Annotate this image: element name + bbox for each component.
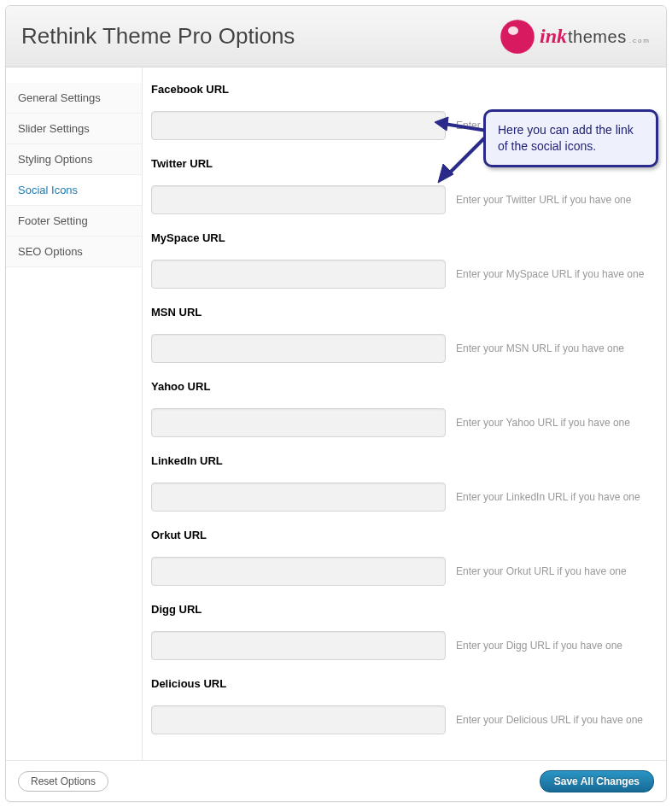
field-row: Enter your MySpace URL if you have one (151, 260, 659, 289)
field-help-text: Enter your LinkedIn URL if you have one (456, 491, 659, 503)
logo-text-ink: ink (540, 25, 567, 48)
page-title: Rethink Theme Pro Options (21, 23, 295, 50)
field-label: Facebook URL (151, 83, 659, 96)
brand-logo: ink themes .com (499, 18, 651, 56)
svg-point-2 (508, 26, 518, 35)
field-label: MSN URL (151, 306, 659, 319)
field-label: Delicious URL (151, 677, 659, 690)
field-label: LinkedIn URL (151, 454, 659, 467)
field-help-text: Enter your Digg URL if you have one (456, 640, 659, 652)
annotation-text: Here you can add the link of the social … (498, 123, 634, 153)
sidebar-item-seo-options[interactable]: SEO Options (6, 237, 142, 267)
field-yahoo-url: Yahoo URLEnter your Yahoo URL if you hav… (151, 380, 659, 437)
logo-text-themes: themes (568, 27, 627, 47)
panel-body: General SettingsSlider SettingsStyling O… (6, 67, 666, 760)
sidebar-item-styling-options[interactable]: Styling Options (6, 144, 142, 175)
field-help-text: Enter your MySpace URL if you have one (456, 268, 659, 280)
field-linkedin-url: LinkedIn URLEnter your LinkedIn URL if y… (151, 454, 659, 512)
msn-url-input[interactable] (151, 334, 446, 363)
field-row: Enter your Yahoo URL if you have one (151, 408, 659, 437)
field-row: Enter your MSN URL if you have one (151, 334, 659, 363)
field-label: Digg URL (151, 603, 659, 616)
field-delicious-url: Delicious URLEnter your Delicious URL if… (151, 677, 659, 734)
panel-header: Rethink Theme Pro Options ink themes .co… (6, 6, 666, 67)
field-orkut-url: Orkut URLEnter your Orkut URL if you hav… (151, 529, 659, 586)
field-help-text: Enter your Orkut URL if you have one (456, 565, 659, 577)
field-row: Enter your Delicious URL if you have one (151, 705, 659, 734)
field-label: MySpace URL (151, 231, 659, 244)
yahoo-url-input[interactable] (151, 408, 446, 437)
logo-icon (499, 18, 536, 56)
sidebar-item-general-settings[interactable]: General Settings (6, 83, 142, 114)
save-button[interactable]: Save All Changes (540, 770, 654, 792)
svg-marker-6 (438, 164, 453, 183)
field-row: Enter your LinkedIn URL if you have one (151, 482, 659, 512)
facebook-url-input[interactable] (151, 111, 446, 140)
field-row: Enter your Digg URL if you have one (151, 631, 659, 660)
field-row: Enter your Orkut URL if you have one (151, 557, 659, 586)
sidebar-item-slider-settings[interactable]: Slider Settings (6, 114, 142, 144)
field-label: Orkut URL (151, 529, 659, 541)
field-help-text: Enter your Yahoo URL if you have one (456, 417, 659, 429)
sidebar-item-footer-setting[interactable]: Footer Setting (6, 206, 142, 237)
annotation-callout: Here you can add the link of the social … (483, 109, 658, 167)
content-area: Facebook URLEnter your Facebook URL if y… (143, 67, 666, 760)
reset-button[interactable]: Reset Options (18, 771, 108, 792)
field-msn-url: MSN URLEnter your MSN URL if you have on… (151, 306, 659, 363)
twitter-url-input[interactable] (151, 185, 446, 214)
field-help-text: Enter your Twitter URL if you have one (456, 194, 659, 206)
sidebar-item-social-icons[interactable]: Social Icons (6, 175, 142, 206)
field-digg-url: Digg URLEnter your Digg URL if you have … (151, 603, 659, 660)
field-label: Yahoo URL (151, 380, 659, 393)
field-help-text: Enter your Delicious URL if you have one (456, 714, 659, 726)
delicious-url-input[interactable] (151, 705, 446, 734)
field-help-text: Enter your MSN URL if you have one (456, 342, 659, 354)
digg-url-input[interactable] (151, 631, 446, 660)
linkedin-url-input[interactable] (151, 482, 446, 512)
panel-footer: Reset Options Save All Changes (6, 760, 666, 801)
field-row: Enter your Twitter URL if you have one (151, 185, 659, 214)
myspace-url-input[interactable] (151, 260, 446, 289)
orkut-url-input[interactable] (151, 557, 446, 586)
sidebar-nav: General SettingsSlider SettingsStyling O… (6, 67, 143, 760)
logo-text-suffix: .com (629, 37, 651, 44)
field-myspace-url: MySpace URLEnter your MySpace URL if you… (151, 231, 659, 289)
